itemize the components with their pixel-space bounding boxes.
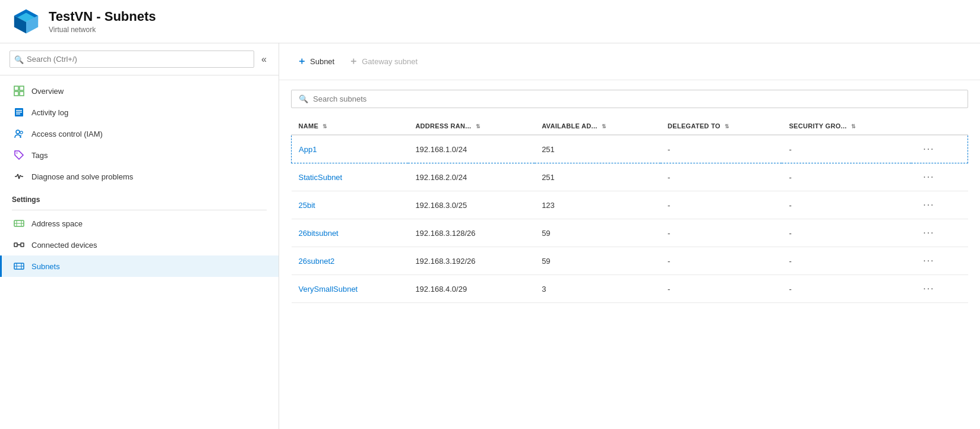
table-row[interactable]: 26bitsubnet 192.168.3.128/26 59 - - ··· [292,219,968,247]
cell-more: ··· [911,163,968,191]
sidebar-search-area: 🔍 « [0,43,279,75]
add-subnet-button[interactable]: ＋ Subnet [291,52,340,71]
settings-divider [12,210,267,210]
subnets-search-bar: 🔍 [291,90,968,108]
sidebar-item-tags-label: Tags [31,151,48,160]
page-title: TestVN - Subnets [49,9,156,24]
cell-name[interactable]: VerySmallSubnet [292,275,409,303]
sidebar-item-diagnose[interactable]: Diagnose and solve problems [0,166,279,187]
sidebar-item-connected-devices[interactable]: Connected devices [0,234,279,255]
row-more-button[interactable]: ··· [918,171,939,184]
cell-delegated: - [660,275,782,303]
sort-name-icon: ⇅ [323,124,327,130]
row-more-button[interactable]: ··· [918,143,939,156]
cell-address-range: 192.168.3.0/25 [408,191,535,219]
cell-security-group: - [782,191,911,219]
table-row[interactable]: 25bit 192.168.3.0/25 123 - - ··· [292,191,968,219]
col-actions [911,118,968,135]
sort-addr-icon: ⇅ [476,124,480,130]
row-more-button[interactable]: ··· [918,282,939,295]
cell-security-group: - [782,135,911,163]
cell-more: ··· [911,275,968,303]
sidebar-item-subnets[interactable]: Subnets [0,255,279,277]
sidebar-item-access-control[interactable]: Access control (IAM) [0,123,279,144]
table-row[interactable]: 26subnet2 192.168.3.192/26 59 - - ··· [292,247,968,275]
iam-icon [14,128,24,139]
sidebar-item-overview[interactable]: Overview [0,80,279,102]
cell-more: ··· [911,219,968,247]
col-security-group[interactable]: SECURITY GRO... ⇅ [782,118,911,135]
cell-available: 123 [535,191,660,219]
cell-security-group: - [782,163,911,191]
svg-rect-5 [14,86,18,90]
page-subtitle: Virtual network [49,26,156,34]
svg-rect-8 [20,92,24,96]
sidebar-item-activity-log[interactable]: Activity log [0,102,279,123]
cell-more: ··· [911,191,968,219]
table-body: App1 192.168.1.0/24 251 - - ··· StaticSu… [292,135,968,303]
search-icon: 🔍 [14,55,24,64]
svg-rect-10 [16,110,22,111]
overview-icon [14,86,24,96]
col-name[interactable]: NAME ⇅ [292,118,409,135]
cell-name[interactable]: 26subnet2 [292,247,409,275]
cell-more: ··· [911,135,968,163]
toolbar: ＋ Subnet ＋ Gateway subnet [279,43,980,80]
search-bar-icon: 🔍 [299,94,308,103]
table-row[interactable]: VerySmallSubnet 192.168.4.0/29 3 - - ··· [292,275,968,303]
row-more-button[interactable]: ··· [918,254,939,267]
svg-rect-6 [20,86,24,90]
sidebar-item-connected-label: Connected devices [31,241,97,250]
cell-security-group: - [782,247,911,275]
sort-del-icon: ⇅ [725,124,729,130]
main-layout: 🔍 « Overview Activity log [0,43,980,429]
add-subnet-label: Subnet [310,57,334,66]
svg-point-15 [17,153,18,154]
cell-name[interactable]: StaticSubnet [292,163,409,191]
actlog-icon [14,107,24,118]
cell-delegated: - [660,163,782,191]
vnet-icon [12,7,40,36]
cell-delegated: - [660,247,782,275]
sidebar-item-iam-label: Access control (IAM) [31,130,103,138]
sidebar-collapse-button[interactable]: « [259,52,269,67]
cell-available: 251 [535,163,660,191]
sidebar-item-tags[interactable]: Tags [0,144,279,166]
row-more-button[interactable]: ··· [918,198,939,212]
svg-rect-27 [21,243,24,247]
cell-delegated: - [660,191,782,219]
cell-security-group: - [782,219,911,247]
table-row[interactable]: StaticSubnet 192.168.2.0/24 251 - - ··· [292,163,968,191]
col-delegated-to[interactable]: DELEGATED TO ⇅ [660,118,782,135]
addrspace-icon [14,218,24,229]
svg-rect-12 [16,113,20,115]
add-gateway-subnet-button[interactable]: ＋ Gateway subnet [343,52,423,71]
cell-name[interactable]: App1 [292,135,409,163]
svg-rect-11 [16,112,22,113]
cell-available: 3 [535,275,660,303]
subnets-table: NAME ⇅ ADDRESS RAN... ⇅ AVAILABLE AD... … [291,118,968,303]
col-address-range[interactable]: ADDRESS RAN... ⇅ [408,118,535,135]
sort-avail-icon: ⇅ [602,124,606,130]
cell-available: 251 [535,135,660,163]
col-available-addresses[interactable]: AVAILABLE AD... ⇅ [535,118,660,135]
subnets-search-input[interactable] [313,94,960,103]
sidebar-item-actlog-label: Activity log [31,108,68,117]
subnets-icon [14,261,24,272]
settings-section-label: Settings [0,187,279,207]
content-area: ＋ Subnet ＋ Gateway subnet 🔍 NAME ⇅ [279,43,980,429]
cell-name[interactable]: 26bitsubnet [292,219,409,247]
sidebar: 🔍 « Overview Activity log [0,43,279,429]
cell-security-group: - [782,275,911,303]
sidebar-item-address-space-label: Address space [31,219,83,228]
sidebar-search-wrapper: 🔍 [10,51,254,68]
diagnose-icon [14,171,24,182]
sidebar-item-diagnose-label: Diagnose and solve problems [31,172,133,181]
cell-address-range: 192.168.1.0/24 [408,135,535,163]
cell-address-range: 192.168.3.192/26 [408,247,535,275]
table-row[interactable]: App1 192.168.1.0/24 251 - - ··· [292,135,968,163]
row-more-button[interactable]: ··· [918,226,939,239]
sidebar-search-input[interactable] [10,51,254,68]
sidebar-item-address-space[interactable]: Address space [0,213,279,234]
cell-name[interactable]: 25bit [292,191,409,219]
